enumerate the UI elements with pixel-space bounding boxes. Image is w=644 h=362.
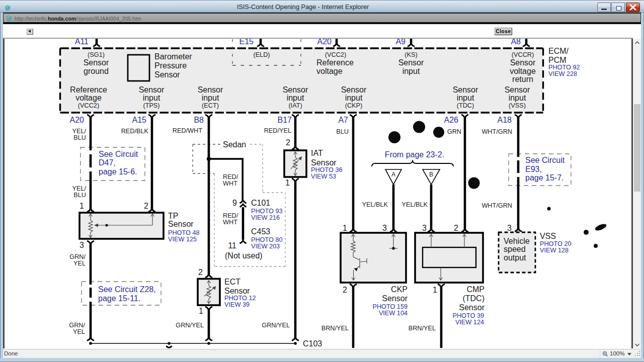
svg-text:2: 2 <box>144 202 148 210</box>
svg-text:(TDC): (TDC) <box>462 294 485 303</box>
svg-text:Sensor: Sensor <box>398 58 424 67</box>
svg-text:(VCC2): (VCC2) <box>325 51 346 58</box>
svg-text:input: input <box>202 94 219 102</box>
svg-text:See Circuit: See Circuit <box>99 150 138 158</box>
svg-text:(TDC): (TDC) <box>457 102 474 109</box>
svg-text:page 15-11.: page 15-11. <box>98 294 140 303</box>
svg-text:GRN: GRN <box>447 128 461 135</box>
svg-text:PHOTO 12: PHOTO 12 <box>224 295 256 302</box>
svg-text:PHOTO 80: PHOTO 80 <box>251 236 283 243</box>
svg-text:Pressure: Pressure <box>154 61 187 70</box>
svg-text:YEL: YEL <box>73 328 85 335</box>
svg-text:VIEW 104: VIEW 104 <box>379 310 408 317</box>
svg-text:C453: C453 <box>251 227 270 236</box>
svg-text:A26: A26 <box>444 116 459 124</box>
svg-text:GRN/: GRN/ <box>69 253 86 260</box>
svg-text:3: 3 <box>79 241 84 249</box>
svg-text:BLU: BLU <box>73 134 86 141</box>
svg-text:B: B <box>429 171 433 178</box>
svg-text:(VCCR): (VCCR) <box>512 51 534 58</box>
svg-text:VIEW 228: VIEW 228 <box>548 70 577 77</box>
svg-text:YEL/: YEL/ <box>72 185 86 192</box>
svg-text:Sedan: Sedan <box>223 140 246 149</box>
svg-text:WHT: WHT <box>223 180 237 187</box>
svg-text:RED/YEL: RED/YEL <box>264 127 291 134</box>
svg-text:2: 2 <box>454 224 458 232</box>
svg-text:See Circuit Z28,: See Circuit Z28, <box>98 285 156 294</box>
svg-text:C101: C101 <box>251 199 270 207</box>
svg-text:ECM/: ECM/ <box>548 47 569 55</box>
svg-text:A: A <box>391 171 395 178</box>
svg-text:page 15-7.: page 15-7. <box>525 173 564 182</box>
svg-text:TP: TP <box>168 212 178 220</box>
svg-text:D47,: D47, <box>99 158 116 167</box>
svg-text:Sensor: Sensor <box>168 220 194 228</box>
svg-text:E93,: E93, <box>525 165 542 173</box>
svg-text:(KS): (KS) <box>405 51 417 58</box>
svg-text:Reference: Reference <box>70 85 107 94</box>
svg-text:A15: A15 <box>132 116 147 124</box>
svg-text:3: 3 <box>382 224 387 232</box>
svg-text:page 15-6.: page 15-6. <box>99 167 137 176</box>
svg-text:See Circuit: See Circuit <box>525 156 565 164</box>
svg-text:PHOTO 36: PHOTO 36 <box>311 166 343 173</box>
svg-text:1: 1 <box>199 307 203 315</box>
svg-text:ECT: ECT <box>224 278 240 286</box>
svg-text:BLU: BLU <box>336 128 349 135</box>
svg-text:(SG1): (SG1) <box>88 51 105 58</box>
svg-text:VIEW 216: VIEW 216 <box>251 214 280 221</box>
svg-text:input: input <box>345 94 363 102</box>
svg-text:(CKP): (CKP) <box>345 102 363 109</box>
svg-text:Sensor: Sensor <box>84 58 109 67</box>
svg-text:VIEW 125: VIEW 125 <box>168 236 197 243</box>
svg-text:YEL/BLK: YEL/BLK <box>402 201 428 208</box>
svg-text:Sensor: Sensor <box>459 303 485 312</box>
svg-text:C103: C103 <box>303 339 322 348</box>
svg-text:Barometer: Barometer <box>154 52 192 61</box>
svg-text:1: 1 <box>79 202 84 210</box>
svg-text:Reference: Reference <box>316 58 354 67</box>
svg-text:PCM: PCM <box>548 56 567 64</box>
svg-text:VSS: VSS <box>540 232 556 240</box>
svg-text:CMP: CMP <box>466 285 485 294</box>
svg-text:(Not used): (Not used) <box>225 251 263 260</box>
svg-text:Sensor: Sensor <box>510 58 536 67</box>
svg-text:input: input <box>403 67 420 75</box>
svg-text:input: input <box>457 94 474 102</box>
svg-text:Sensor: Sensor <box>341 85 367 94</box>
svg-text:(VCC2): (VCC2) <box>78 102 99 109</box>
svg-text:voltage: voltage <box>316 67 343 75</box>
svg-text:BLU: BLU <box>73 192 86 199</box>
svg-text:(VSS): (VSS) <box>509 102 526 109</box>
svg-text:PHOTO 159: PHOTO 159 <box>372 303 408 310</box>
svg-text:A18: A18 <box>498 116 512 124</box>
svg-text:Sensor: Sensor <box>154 70 180 79</box>
svg-text:1: 1 <box>343 224 347 232</box>
svg-text:RED/: RED/ <box>223 173 238 180</box>
svg-text:1: 1 <box>433 286 437 294</box>
svg-text:A20: A20 <box>70 116 85 124</box>
svg-text:WHT/GRN: WHT/GRN <box>481 128 512 135</box>
svg-text:return: return <box>512 75 533 83</box>
svg-text:YEL: YEL <box>73 260 86 267</box>
svg-text:(ELD): (ELD) <box>253 51 270 58</box>
svg-text:WHT/GRN: WHT/GRN <box>481 202 512 209</box>
svg-text:input: input <box>143 94 160 102</box>
svg-text:voltage: voltage <box>510 67 536 75</box>
svg-text:output: output <box>504 253 526 262</box>
svg-text:A7: A7 <box>338 116 348 124</box>
svg-text:RED/WHT: RED/WHT <box>173 127 202 134</box>
svg-text:GRN/YEL: GRN/YEL <box>176 322 204 329</box>
svg-text:Sensor: Sensor <box>505 85 530 94</box>
svg-text:VIEW 39: VIEW 39 <box>224 301 250 308</box>
svg-text:input: input <box>509 94 526 102</box>
svg-text:2: 2 <box>343 286 347 294</box>
svg-text:(ECT): (ECT) <box>202 102 219 109</box>
svg-text:2: 2 <box>286 138 290 147</box>
svg-text:VIEW 124: VIEW 124 <box>455 319 484 326</box>
svg-text:input: input <box>287 94 304 102</box>
svg-text:B17: B17 <box>278 116 292 124</box>
svg-text:PHOTO 39: PHOTO 39 <box>452 312 484 319</box>
svg-text:BRN/YEL: BRN/YEL <box>321 325 349 332</box>
svg-text:3: 3 <box>507 224 512 232</box>
